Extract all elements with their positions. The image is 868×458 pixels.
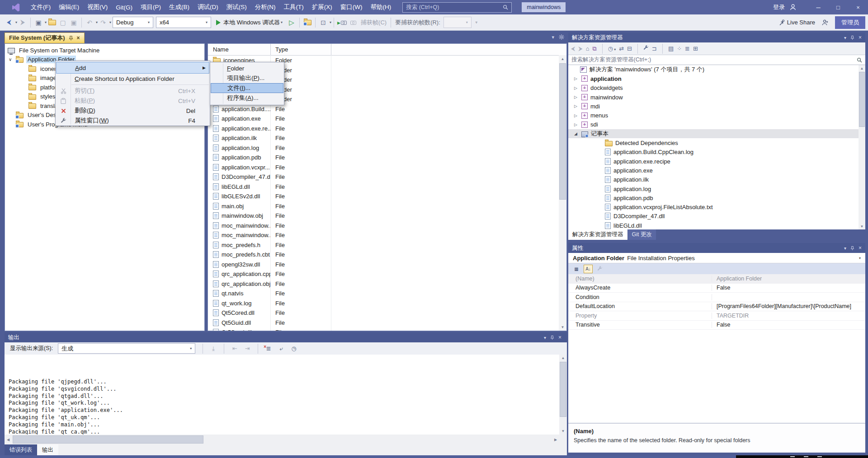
tree-item[interactable]: File System on Target Machine xyxy=(5,46,204,55)
se-properties-icon[interactable] xyxy=(643,45,649,52)
menu-item[interactable]: 窗口(W) xyxy=(336,0,367,14)
solution-tree-item[interactable]: ▷ sdi xyxy=(568,120,859,129)
file-row[interactable]: application.Build.... File xyxy=(208,104,566,114)
scroll-thumb[interactable] xyxy=(859,72,865,127)
menu-item-delete[interactable]: 删除(D) Del xyxy=(56,106,210,116)
submenu-item-file[interactable]: 文件(I)... xyxy=(211,83,283,93)
menu-item-cut[interactable]: 剪切(T) Ctrl+X xyxy=(56,86,210,96)
maximize-button[interactable]: □ xyxy=(828,0,848,14)
frames-count-select[interactable]: ▾ xyxy=(443,17,472,28)
output-header[interactable]: 输出 ▾ × xyxy=(5,332,567,342)
window-position-icon[interactable]: ▾ xyxy=(844,246,846,251)
add-user-icon[interactable] xyxy=(821,19,829,26)
sign-in-button[interactable]: 登录 xyxy=(773,3,785,11)
expander-icon[interactable]: ▷ xyxy=(574,122,581,127)
scroll-up-icon[interactable]: ▲ xyxy=(859,65,865,71)
scroll-down-icon[interactable]: ▼ xyxy=(859,223,865,229)
file-row[interactable]: Qt5Svgd.dll File xyxy=(208,327,566,331)
menu-item[interactable]: 项目(P) xyxy=(137,0,165,14)
property-row[interactable]: DefaultLocation [ProgramFiles64Folder][M… xyxy=(568,302,865,312)
tab-solution-explorer[interactable]: 解决方案资源管理器 xyxy=(568,229,627,240)
solution-tree-item[interactable]: application.pdb xyxy=(568,193,859,202)
menu-item[interactable]: 调试(D) xyxy=(193,0,222,14)
property-value[interactable]: False xyxy=(712,285,731,291)
document-tab-file-system[interactable]: File System (记事本) × xyxy=(5,33,85,43)
file-row[interactable]: moc_mainwindow.... File xyxy=(208,221,566,231)
solution-search-input[interactable]: 搜索解决方案资源管理器(Ctrl+;) xyxy=(568,55,865,65)
scroll-thumb[interactable] xyxy=(560,362,566,417)
solution-config-select[interactable]: Debug▾ xyxy=(113,17,153,28)
submenu-item-folder[interactable]: Folder xyxy=(210,63,284,73)
se-view-code-icon[interactable]: ≣ xyxy=(685,45,690,52)
se-copy-icon[interactable]: ▤ xyxy=(668,45,674,52)
column-header-type[interactable]: Type xyxy=(271,44,331,55)
solution-tree-item[interactable]: ◢ 记事本 xyxy=(568,129,859,138)
solution-tree-item[interactable]: ▷ application xyxy=(568,74,859,83)
menu-item[interactable]: 测试(S) xyxy=(222,0,251,14)
property-row[interactable]: AlwaysCreate False xyxy=(568,284,865,293)
menu-item-paste[interactable]: 粘贴(P) Ctrl+V xyxy=(56,96,210,106)
save-all-icon[interactable]: ▣ xyxy=(69,17,78,28)
solution-tree-item[interactable]: ▷ mainwindow xyxy=(568,93,859,102)
solution-platform-select[interactable]: x64▾ xyxy=(156,17,211,28)
close-icon[interactable]: × xyxy=(859,245,862,251)
pin-icon[interactable] xyxy=(69,36,73,41)
file-row[interactable]: qrc_application.cpp File xyxy=(208,269,566,279)
property-row[interactable]: Condition xyxy=(568,293,865,302)
scroll-up-icon[interactable]: ▲ xyxy=(559,355,567,361)
tab-error-list[interactable]: 错误列表 xyxy=(5,444,37,455)
live-share-button[interactable]: Live Share xyxy=(778,19,815,26)
solution-tree-item[interactable]: ▷ menus xyxy=(568,111,859,120)
solution-tree-item[interactable]: Detected Dependencies xyxy=(568,138,859,147)
admin-badge[interactable]: 管理员 xyxy=(835,16,865,29)
output-horizontal-scrollbar[interactable]: ◀ ▶ xyxy=(5,435,559,444)
solution-tree-item[interactable]: application.log xyxy=(568,184,859,193)
file-row[interactable]: qt.natvis File xyxy=(208,289,566,299)
submenu-item-assembly[interactable]: 程序集(A)... xyxy=(210,93,284,103)
se-switch-views-icon[interactable]: ⧉ xyxy=(593,45,597,52)
solution-tree-item[interactable]: ▷ dockwidgets xyxy=(568,84,859,93)
se-preview-code-icon[interactable]: ⊐ xyxy=(652,45,657,52)
menu-item[interactable]: 视图(V) xyxy=(83,0,112,14)
alphabetical-sort-icon[interactable]: A↓ xyxy=(584,265,593,273)
solution-tree-item[interactable]: application.vcxproj.FileListAbsolute.txt xyxy=(568,202,859,211)
properties-header[interactable]: 属性 ▾ × xyxy=(568,243,865,253)
pin-icon[interactable] xyxy=(850,35,854,40)
navigate-back-icon[interactable]: ⮜ xyxy=(5,17,14,28)
file-row[interactable]: Qt5Guid.dll File xyxy=(208,318,566,328)
output-source-select[interactable]: 生成▾ xyxy=(58,343,195,354)
file-row[interactable]: application.ilk File xyxy=(208,133,566,143)
property-value[interactable]: [ProgramFiles64Folder][Manufacturer]\[Pr… xyxy=(712,303,851,309)
previous-message-icon[interactable]: ⇤ xyxy=(230,345,239,352)
tab-git-changes[interactable]: Git 更改 xyxy=(628,229,656,240)
save-icon[interactable]: ▢ xyxy=(58,17,67,28)
menu-item-add[interactable]: Add ▶ xyxy=(56,62,209,74)
solution-tree-item[interactable]: D3Dcompiler_47.dll xyxy=(568,212,859,221)
se-pending-changes-filter-icon[interactable]: ◷▾ xyxy=(608,45,616,52)
undo-icon[interactable]: ↶ xyxy=(85,17,94,28)
window-position-icon[interactable]: ▾ xyxy=(544,335,546,340)
menu-item[interactable]: 扩展(X) xyxy=(308,0,336,14)
solution-tree-item[interactable]: ▷ mdi xyxy=(568,102,859,111)
scroll-thumb[interactable] xyxy=(559,63,566,200)
capture-frame-label[interactable]: 捕获帧(C) xyxy=(361,19,387,27)
user-icon[interactable] xyxy=(789,4,797,11)
clear-all-icon[interactable]: ≣× xyxy=(264,345,273,352)
file-row[interactable]: D3Dcompiler_47.dll File xyxy=(208,172,566,182)
solution-tree-scrollbar[interactable]: ▲ ▼ xyxy=(859,65,865,229)
find-in-files-icon[interactable] xyxy=(303,17,312,28)
file-row[interactable]: main.obj File xyxy=(208,201,566,211)
se-more-icon[interactable]: ⊞ xyxy=(693,45,698,52)
window-layout-icon[interactable]: ⊡ xyxy=(319,17,328,28)
find-message-icon[interactable]: ⤓ xyxy=(209,345,218,352)
close-tab-icon[interactable]: × xyxy=(77,35,80,41)
file-row[interactable]: qt_work.log File xyxy=(208,299,566,308)
expander-icon[interactable]: ▷ xyxy=(574,95,581,99)
menu-item[interactable]: 分析(N) xyxy=(251,0,280,14)
property-row[interactable]: Transitive False xyxy=(568,321,865,330)
se-back-icon[interactable]: ⮜ xyxy=(571,45,575,52)
expander-icon[interactable]: ▷ xyxy=(574,76,581,81)
output-vertical-scrollbar[interactable]: ▲ ▼ xyxy=(559,355,567,435)
search-input[interactable]: 搜索 (Ctrl+Q) xyxy=(402,2,512,13)
start-without-debugging-icon[interactable]: ▷ xyxy=(287,17,296,28)
